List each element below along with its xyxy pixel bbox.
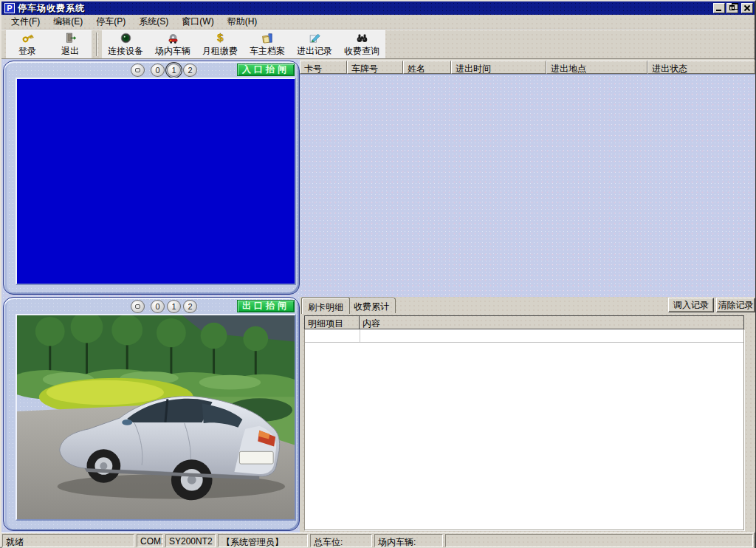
menu-file[interactable]: 文件(F) xyxy=(4,14,47,30)
svg-text:$: $ xyxy=(217,32,224,44)
col-time[interactable]: 进出时间 xyxy=(451,61,546,74)
exit-frame-button[interactable] xyxy=(131,300,145,313)
login-button[interactable]: 登录 xyxy=(6,30,49,58)
exit-channel-0-button[interactable]: 0 xyxy=(151,300,165,313)
tab-fee-total[interactable]: 收费累计 xyxy=(347,298,396,313)
owner-archive-button[interactable]: 车主档案 xyxy=(244,30,291,58)
exit-camera-controls: 0 1 2 出口抬闸 xyxy=(4,299,299,312)
toolbar-label: 登录 xyxy=(18,45,36,58)
toolbar: 登录 退出 连接设备 xyxy=(1,30,755,59)
minimize-icon xyxy=(716,10,721,11)
entry-video-feed xyxy=(16,78,296,285)
fee-query-button[interactable]: 收费查询 xyxy=(338,30,385,58)
vehicle-icon xyxy=(165,32,182,44)
records-table-body xyxy=(300,74,755,297)
entry-camera-controls: 0 1 2 入口抬闸 xyxy=(4,63,299,76)
menu-help[interactable]: 帮助(H) xyxy=(221,14,264,30)
detail-empty-row xyxy=(305,329,743,343)
records-zone: 卡号 车牌号 姓名 进出时间 进出地点 进出状态 刷卡明细 收费累计 调入记录 … xyxy=(300,59,755,532)
status-operator: 【系统管理员】 xyxy=(218,534,308,547)
connect-device-button[interactable]: 连接设备 xyxy=(102,30,149,58)
frame-square-icon xyxy=(135,304,140,309)
toolbar-label: 连接设备 xyxy=(108,45,143,58)
toolbar-label: 场内车辆 xyxy=(155,45,190,58)
menu-edit[interactable]: 编辑(E) xyxy=(47,14,89,30)
toolbar-label: 车主档案 xyxy=(250,45,285,58)
toolbar-separator xyxy=(96,32,97,56)
lens-icon xyxy=(117,32,134,44)
col-detail-item: 明细项目 xyxy=(305,316,360,329)
restore-icon xyxy=(729,5,735,10)
toolbar-label: 进出记录 xyxy=(297,45,332,58)
entry-channel-1-button[interactable]: 1 xyxy=(167,64,181,77)
dollar-icon: $ xyxy=(212,32,229,44)
restore-button[interactable] xyxy=(726,3,738,13)
load-records-button[interactable]: 调入记录 xyxy=(668,298,714,312)
menu-system[interactable]: 系统(S) xyxy=(132,14,175,30)
status-ready: 就绪 xyxy=(2,534,134,547)
entry-exit-records-button[interactable]: 进出记录 xyxy=(291,30,338,58)
entry-frame-button[interactable] xyxy=(131,64,145,77)
col-name[interactable]: 姓名 xyxy=(403,61,451,74)
exit-channel-2-button[interactable]: 2 xyxy=(183,300,197,313)
menu-window[interactable]: 窗口(W) xyxy=(175,14,220,30)
status-total-spaces: 总车位: xyxy=(310,534,372,547)
camera-zone: 0 1 2 入口抬闸 0 1 2 出口抬闸 xyxy=(1,59,300,532)
status-vehicles-in-lot: 场内车辆: xyxy=(374,534,443,547)
exit-gate-open-button[interactable]: 出口抬闸 xyxy=(237,300,295,312)
vehicles-in-lot-button[interactable]: 场内车辆 xyxy=(149,30,196,58)
col-card-number[interactable]: 卡号 xyxy=(300,61,347,74)
app-icon: P xyxy=(4,3,15,13)
detail-tabs: 刷卡明细 收费累计 调入记录 清除记录 xyxy=(300,297,755,315)
close-icon xyxy=(742,4,752,13)
status-extra xyxy=(445,534,753,547)
toolbar-label: 月租缴费 xyxy=(202,45,238,58)
menu-bar: 文件(F) 编辑(E) 停车(P) 系统(S) 窗口(W) 帮助(H) xyxy=(1,15,755,30)
close-button[interactable] xyxy=(741,3,753,13)
toolbar-label: 收费查询 xyxy=(344,45,379,58)
exit-button[interactable]: 退出 xyxy=(49,30,92,58)
archive-icon xyxy=(259,32,276,44)
detail-table-header: 明细项目 内容 xyxy=(304,315,744,329)
car-photo xyxy=(17,315,295,519)
status-com-port: COM1 xyxy=(137,534,163,547)
minimize-button[interactable] xyxy=(713,3,725,13)
entry-channel-2-button[interactable]: 2 xyxy=(183,64,197,77)
window-title: 停车场收费系统 xyxy=(18,2,713,15)
detail-zone: 刷卡明细 收费累计 调入记录 清除记录 明细项目 内容 xyxy=(300,297,755,532)
col-location[interactable]: 进出地点 xyxy=(546,61,647,74)
records-table-header: 卡号 车牌号 姓名 进出时间 进出地点 进出状态 xyxy=(300,61,755,74)
frame-square-icon xyxy=(135,68,140,72)
title-bar: P 停车场收费系统 xyxy=(1,1,755,15)
exit-door-icon xyxy=(62,32,79,44)
status-bar: 就绪 COM1 SY200NT2 【系统管理员】 总车位: 场内车辆: xyxy=(1,532,755,548)
tab-swipe-detail[interactable]: 刷卡明细 xyxy=(301,297,350,314)
menu-parking[interactable]: 停车(P) xyxy=(89,14,132,30)
entry-gate-open-button[interactable]: 入口抬闸 xyxy=(237,64,295,76)
binoculars-icon xyxy=(354,32,371,44)
record-pen-icon xyxy=(306,32,323,44)
exit-channel-1-button[interactable]: 1 xyxy=(167,300,181,313)
clear-records-button[interactable]: 清除记录 xyxy=(716,298,755,312)
detail-table-body xyxy=(304,329,744,530)
col-detail-content: 内容 xyxy=(360,316,743,329)
exit-video-feed xyxy=(16,314,296,521)
status-device: SY200NT2 xyxy=(165,534,216,547)
app-window: P 停车场收费系统 文件(F) 编辑(E) 停车(P) 系统(S) 窗口(W) … xyxy=(0,0,756,548)
entry-camera-panel: 0 1 2 入口抬闸 xyxy=(3,61,300,295)
key-icon xyxy=(19,32,36,44)
col-status[interactable]: 进出状态 xyxy=(647,61,755,74)
monthly-payment-button[interactable]: $ 月租缴费 xyxy=(196,30,244,58)
col-plate-number[interactable]: 车牌号 xyxy=(347,61,403,74)
toolbar-label: 退出 xyxy=(61,45,79,58)
entry-channel-0-button[interactable]: 0 xyxy=(151,64,165,77)
exit-camera-panel: 0 1 2 出口抬闸 xyxy=(3,297,300,531)
main-content: 0 1 2 入口抬闸 0 1 2 出口抬闸 xyxy=(1,59,756,532)
